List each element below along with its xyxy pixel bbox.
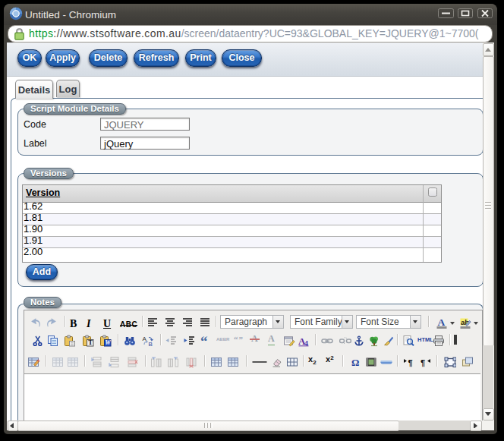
svg-text:Ω: Ω: [351, 357, 359, 368]
svg-text:¶: ¶: [408, 358, 413, 367]
svg-text:W: W: [106, 339, 112, 346]
svg-text:“: “: [200, 335, 208, 347]
svg-text:B: B: [149, 341, 153, 347]
svg-text:T: T: [88, 339, 93, 346]
svg-text:¶: ¶: [421, 358, 425, 367]
svg-text:A: A: [438, 317, 446, 328]
